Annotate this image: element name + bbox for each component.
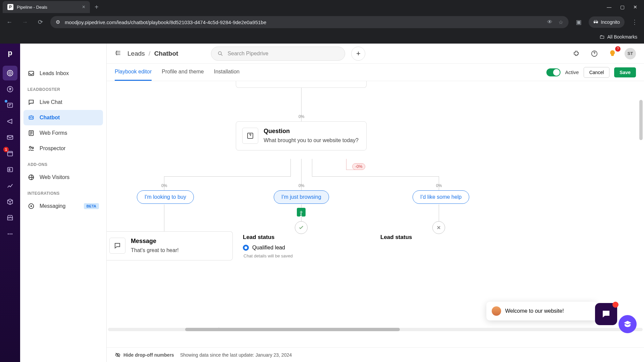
user-avatar[interactable]: ST: [625, 48, 636, 59]
help-icon[interactable]: [588, 48, 600, 60]
back-icon[interactable]: ←: [4, 19, 15, 26]
sidebar-item-live-chat[interactable]: Live Chat: [23, 95, 103, 110]
lead-status-card[interactable]: Lead status Qualified lead Chat details …: [243, 234, 293, 258]
rail-products[interactable]: [3, 194, 17, 209]
app-logo[interactable]: p: [3, 46, 17, 60]
reload-icon[interactable]: ⟳: [35, 18, 46, 26]
option-help[interactable]: I'd like some help: [413, 190, 469, 204]
connector-line: [346, 159, 346, 170]
search-icon: [217, 51, 223, 57]
sidebar-item-label: Chatbot: [40, 115, 60, 121]
search-input[interactable]: Search Pipedrive: [211, 47, 345, 61]
add-node-button[interactable]: +: [297, 208, 306, 217]
window-controls: — ▢ ✕: [607, 4, 644, 10]
favicon: P: [7, 4, 13, 10]
sidebar-item-leads-inbox[interactable]: Leads Inbox: [23, 66, 103, 81]
browser-chrome: P Pipeline - Deals × + — ▢ ✕ ← → ⟳ ⚙ moo…: [0, 0, 644, 44]
node-card-partial[interactable]: [236, 81, 367, 88]
chat-welcome-popup[interactable]: Welcome to our website!: [486, 302, 597, 320]
star-icon[interactable]: ☆: [558, 19, 563, 25]
save-button[interactable]: Save: [614, 67, 636, 77]
sidebar-item-web-forms[interactable]: Web Forms: [23, 125, 103, 141]
new-tab-button[interactable]: +: [95, 3, 99, 11]
horizontal-scrollbar[interactable]: [108, 328, 643, 331]
breadcrumb-current: Chatbot: [154, 50, 178, 57]
assistant-badge: ?: [615, 46, 621, 52]
question-card[interactable]: Question What brought you to our website…: [236, 121, 367, 150]
all-bookmarks-link[interactable]: All Bookmarks: [607, 34, 637, 40]
chat-welcome-text: Welcome to our website!: [505, 308, 564, 314]
browser-tab[interactable]: P Pipeline - Deals ×: [3, 1, 90, 13]
active-toggle[interactable]: [546, 68, 560, 76]
option-browsing[interactable]: I'm just browsing: [274, 190, 329, 204]
tab-playbook-editor[interactable]: Playbook editor: [115, 64, 152, 81]
breadcrumb: Leads / Chatbot: [127, 50, 178, 57]
rail-deals[interactable]: [3, 82, 17, 97]
rail-contacts[interactable]: [3, 162, 17, 177]
radio-icon: [243, 245, 249, 251]
sidebar-item-label: Messaging: [40, 203, 65, 209]
rail-campaigns[interactable]: [3, 114, 17, 129]
extension-icon[interactable]: [570, 48, 582, 60]
question-icon: [242, 128, 258, 144]
close-window-icon[interactable]: ✕: [633, 4, 637, 10]
eye-off-icon[interactable]: 👁: [547, 19, 552, 25]
sidebar-item-label: Leads Inbox: [40, 70, 69, 76]
collapse-sidebar-icon[interactable]: [115, 50, 121, 58]
sidebar-item-prospector[interactable]: Prospector: [23, 141, 103, 156]
assistant-icon[interactable]: ?: [606, 48, 619, 60]
message-icon: [109, 238, 125, 254]
tab-installation[interactable]: Installation: [214, 64, 240, 81]
dropoff-pct: 0%: [436, 183, 442, 188]
card-title: Question: [264, 128, 359, 135]
academy-fab[interactable]: [619, 315, 637, 333]
vertical-scrollbar[interactable]: [639, 100, 643, 140]
site-settings-icon[interactable]: ⚙: [56, 19, 60, 25]
rail-marketplace[interactable]: [3, 210, 17, 225]
rail-leads[interactable]: [3, 66, 17, 80]
cancel-button[interactable]: Cancel: [584, 67, 610, 78]
chat-launcher-button[interactable]: [595, 303, 617, 325]
maximize-icon[interactable]: ▢: [620, 4, 625, 10]
breadcrumb-parent[interactable]: Leads: [127, 50, 145, 57]
chat-avatar: [492, 306, 501, 316]
playbook-canvas[interactable]: 0% Question What brought you to our webs…: [107, 81, 644, 347]
address-bar[interactable]: ⚙ moodjoy.pipedrive.com/leads/chatbot/pl…: [50, 16, 569, 28]
sidebar-item-chatbot[interactable]: Chatbot: [23, 110, 103, 125]
active-label: Active: [565, 69, 579, 75]
dropoff-pct: 0%: [299, 183, 304, 188]
connector-line: [312, 176, 439, 177]
incognito-indicator[interactable]: 🕶 Incognito: [589, 16, 625, 28]
hide-dropoff-link[interactable]: Hide drop-off numbers: [115, 352, 174, 358]
rail-insights[interactable]: [3, 178, 17, 193]
panel-icon[interactable]: ▣: [573, 18, 584, 26]
eye-off-icon: [115, 352, 121, 358]
incognito-icon: 🕶: [593, 19, 598, 25]
rail-more[interactable]: [3, 227, 17, 241]
tab-close-icon[interactable]: ×: [82, 4, 85, 10]
connector-line: [312, 159, 312, 176]
rail-mail[interactable]: [3, 130, 17, 145]
connector-line: [164, 204, 164, 231]
rail-projects[interactable]: [3, 98, 17, 113]
lead-status-card-2[interactable]: Lead status: [380, 234, 412, 245]
tab-profile-theme[interactable]: Profile and theme: [162, 64, 204, 81]
qualified-check-icon[interactable]: [295, 221, 308, 234]
message-card[interactable]: Message That's great to hear!: [107, 231, 233, 260]
browser-menu-icon[interactable]: ⋮: [629, 18, 640, 26]
card-title: Message: [131, 238, 179, 245]
option-buy[interactable]: I'm looking to buy: [137, 190, 194, 204]
svg-point-10: [11, 233, 12, 234]
svg-point-0: [7, 70, 13, 76]
rail-activities[interactable]: 1: [3, 146, 17, 161]
sidebar-item-web-visitors[interactable]: Web Visitors: [23, 170, 103, 185]
dropoff-pct: 0%: [161, 183, 167, 188]
bookmarks-bar: 🗀 All Bookmarks: [0, 30, 644, 44]
minimize-icon[interactable]: —: [607, 4, 611, 10]
disqualified-x-icon[interactable]: [432, 221, 445, 234]
qualified-radio[interactable]: Qualified lead: [243, 245, 293, 251]
folder-icon: 🗀: [599, 34, 605, 40]
svg-point-20: [218, 52, 221, 55]
sidebar-item-messaging[interactable]: Messaging BETA: [23, 198, 103, 214]
add-button[interactable]: +: [351, 47, 365, 61]
